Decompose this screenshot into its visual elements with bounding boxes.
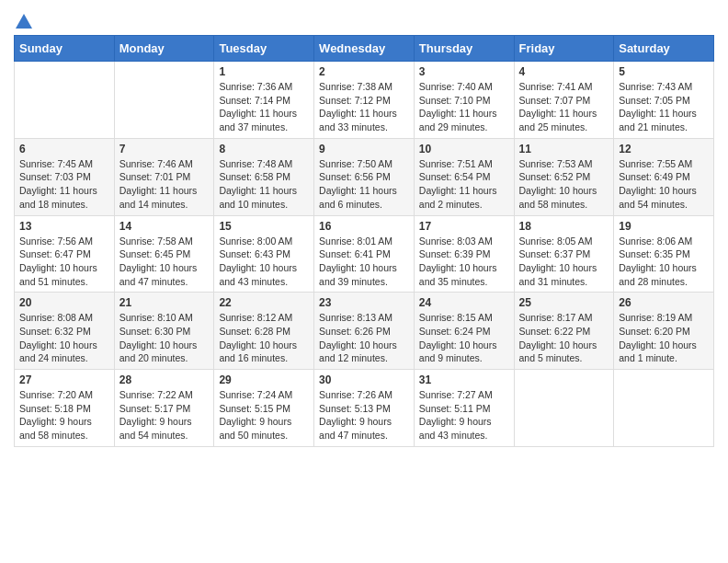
day-number: 10	[419, 143, 509, 155]
day-number: 7	[119, 143, 210, 155]
day-cell: 30Sunrise: 7:26 AM Sunset: 5:13 PM Dayli…	[314, 370, 415, 447]
day-number: 9	[319, 143, 409, 155]
day-cell: 17Sunrise: 8:03 AM Sunset: 6:39 PM Dayli…	[414, 215, 514, 293]
day-cell: 25Sunrise: 8:17 AM Sunset: 6:22 PM Dayli…	[514, 293, 614, 370]
day-info: Sunrise: 8:10 AM Sunset: 6:30 PM Dayligh…	[119, 311, 210, 365]
day-cell: 22Sunrise: 8:12 AM Sunset: 6:28 PM Dayli…	[214, 293, 314, 370]
day-cell: 18Sunrise: 8:05 AM Sunset: 6:37 PM Dayli…	[514, 215, 614, 293]
day-cell: 7Sunrise: 7:46 AM Sunset: 7:01 PM Daylig…	[114, 138, 214, 215]
day-cell: 2Sunrise: 7:38 AM Sunset: 7:12 PM Daylig…	[314, 62, 415, 139]
day-info: Sunrise: 8:01 AM Sunset: 6:41 PM Dayligh…	[319, 235, 409, 289]
col-header-sunday: Sunday	[15, 36, 115, 62]
day-info: Sunrise: 7:48 AM Sunset: 6:58 PM Dayligh…	[219, 157, 309, 212]
header-row: SundayMondayTuesdayWednesdayThursdayFrid…	[15, 36, 714, 62]
day-cell: 23Sunrise: 8:13 AM Sunset: 6:26 PM Dayli…	[314, 293, 415, 370]
day-info: Sunrise: 7:36 AM Sunset: 7:14 PM Dayligh…	[219, 80, 309, 134]
day-number: 20	[19, 296, 109, 309]
day-number: 19	[619, 220, 709, 233]
col-header-wednesday: Wednesday	[314, 36, 415, 62]
week-row-5: 27Sunrise: 7:20 AM Sunset: 5:18 PM Dayli…	[15, 370, 714, 447]
day-cell: 29Sunrise: 7:24 AM Sunset: 5:15 PM Dayli…	[214, 370, 314, 447]
day-cell: 24Sunrise: 8:15 AM Sunset: 6:24 PM Dayli…	[414, 293, 514, 370]
day-number: 8	[219, 143, 309, 155]
day-info: Sunrise: 8:06 AM Sunset: 6:35 PM Dayligh…	[619, 235, 709, 289]
day-cell: 5Sunrise: 7:43 AM Sunset: 7:05 PM Daylig…	[614, 62, 714, 139]
day-number: 29	[219, 373, 309, 386]
day-cell: 20Sunrise: 8:08 AM Sunset: 6:32 PM Dayli…	[15, 293, 115, 370]
day-info: Sunrise: 7:46 AM Sunset: 7:01 PM Dayligh…	[119, 157, 210, 212]
day-number: 24	[419, 296, 509, 309]
day-number: 26	[619, 296, 709, 309]
day-info: Sunrise: 7:38 AM Sunset: 7:12 PM Dayligh…	[319, 80, 409, 134]
day-info: Sunrise: 7:45 AM Sunset: 7:03 PM Dayligh…	[19, 157, 109, 212]
calendar-table: SundayMondayTuesdayWednesdayThursdayFrid…	[14, 35, 714, 447]
logo-icon	[16, 13, 32, 29]
page: SundayMondayTuesdayWednesdayThursdayFrid…	[0, 0, 728, 461]
day-info: Sunrise: 7:53 AM Sunset: 6:52 PM Dayligh…	[519, 157, 609, 212]
day-info: Sunrise: 7:24 AM Sunset: 5:15 PM Dayligh…	[219, 388, 309, 442]
day-info: Sunrise: 7:26 AM Sunset: 5:13 PM Dayligh…	[319, 388, 409, 442]
day-number: 4	[519, 65, 609, 78]
week-row-3: 13Sunrise: 7:56 AM Sunset: 6:47 PM Dayli…	[15, 215, 714, 293]
logo	[14, 13, 32, 28]
day-cell: 11Sunrise: 7:53 AM Sunset: 6:52 PM Dayli…	[514, 138, 614, 215]
day-cell: 3Sunrise: 7:40 AM Sunset: 7:10 PM Daylig…	[414, 62, 514, 139]
day-number: 22	[219, 296, 309, 309]
day-info: Sunrise: 7:55 AM Sunset: 6:49 PM Dayligh…	[619, 157, 709, 212]
col-header-thursday: Thursday	[414, 36, 514, 62]
col-header-monday: Monday	[114, 36, 214, 62]
day-number: 25	[519, 296, 609, 309]
day-cell	[114, 62, 214, 139]
day-number: 18	[519, 220, 609, 233]
day-info: Sunrise: 8:08 AM Sunset: 6:32 PM Dayligh…	[19, 311, 109, 365]
day-cell: 4Sunrise: 7:41 AM Sunset: 7:07 PM Daylig…	[514, 62, 614, 139]
col-header-saturday: Saturday	[614, 36, 714, 62]
day-cell: 6Sunrise: 7:45 AM Sunset: 7:03 PM Daylig…	[15, 138, 115, 215]
day-info: Sunrise: 7:50 AM Sunset: 6:56 PM Dayligh…	[319, 157, 409, 212]
day-number: 31	[419, 373, 509, 386]
day-info: Sunrise: 7:51 AM Sunset: 6:54 PM Dayligh…	[419, 157, 509, 212]
day-number: 5	[619, 65, 709, 78]
day-info: Sunrise: 8:17 AM Sunset: 6:22 PM Dayligh…	[519, 311, 609, 365]
day-cell: 19Sunrise: 8:06 AM Sunset: 6:35 PM Dayli…	[614, 215, 714, 293]
day-cell: 13Sunrise: 7:56 AM Sunset: 6:47 PM Dayli…	[15, 215, 115, 293]
day-number: 3	[419, 65, 509, 78]
day-info: Sunrise: 8:12 AM Sunset: 6:28 PM Dayligh…	[219, 311, 309, 365]
day-number: 16	[319, 220, 409, 233]
day-cell	[15, 62, 115, 139]
day-number: 11	[519, 143, 609, 155]
day-cell	[614, 370, 714, 447]
day-info: Sunrise: 7:27 AM Sunset: 5:11 PM Dayligh…	[419, 388, 509, 442]
day-number: 23	[319, 296, 409, 309]
day-number: 30	[319, 373, 409, 386]
day-info: Sunrise: 8:13 AM Sunset: 6:26 PM Dayligh…	[319, 311, 409, 365]
day-cell: 16Sunrise: 8:01 AM Sunset: 6:41 PM Dayli…	[314, 215, 415, 293]
day-number: 14	[119, 220, 210, 233]
day-number: 13	[19, 220, 109, 233]
day-cell: 1Sunrise: 7:36 AM Sunset: 7:14 PM Daylig…	[214, 62, 314, 139]
day-number: 15	[219, 220, 309, 233]
day-cell: 14Sunrise: 7:58 AM Sunset: 6:45 PM Dayli…	[114, 215, 214, 293]
week-row-1: 1Sunrise: 7:36 AM Sunset: 7:14 PM Daylig…	[15, 62, 714, 139]
day-number: 27	[19, 373, 109, 386]
day-cell: 9Sunrise: 7:50 AM Sunset: 6:56 PM Daylig…	[314, 138, 415, 215]
day-cell: 10Sunrise: 7:51 AM Sunset: 6:54 PM Dayli…	[414, 138, 514, 215]
day-info: Sunrise: 8:03 AM Sunset: 6:39 PM Dayligh…	[419, 235, 509, 289]
col-header-tuesday: Tuesday	[214, 36, 314, 62]
day-info: Sunrise: 7:20 AM Sunset: 5:18 PM Dayligh…	[19, 388, 109, 442]
day-number: 1	[219, 65, 309, 78]
day-info: Sunrise: 8:15 AM Sunset: 6:24 PM Dayligh…	[419, 311, 509, 365]
day-cell: 8Sunrise: 7:48 AM Sunset: 6:58 PM Daylig…	[214, 138, 314, 215]
day-number: 2	[319, 65, 409, 78]
day-info: Sunrise: 7:22 AM Sunset: 5:17 PM Dayligh…	[119, 388, 210, 442]
day-number: 12	[619, 143, 709, 155]
day-cell: 31Sunrise: 7:27 AM Sunset: 5:11 PM Dayli…	[414, 370, 514, 447]
day-cell: 26Sunrise: 8:19 AM Sunset: 6:20 PM Dayli…	[614, 293, 714, 370]
day-info: Sunrise: 7:40 AM Sunset: 7:10 PM Dayligh…	[419, 80, 509, 134]
svg-marker-0	[16, 14, 32, 29]
day-cell: 28Sunrise: 7:22 AM Sunset: 5:17 PM Dayli…	[114, 370, 214, 447]
week-row-2: 6Sunrise: 7:45 AM Sunset: 7:03 PM Daylig…	[15, 138, 714, 215]
day-info: Sunrise: 8:05 AM Sunset: 6:37 PM Dayligh…	[519, 235, 609, 289]
header	[14, 9, 714, 28]
day-cell: 15Sunrise: 8:00 AM Sunset: 6:43 PM Dayli…	[214, 215, 314, 293]
